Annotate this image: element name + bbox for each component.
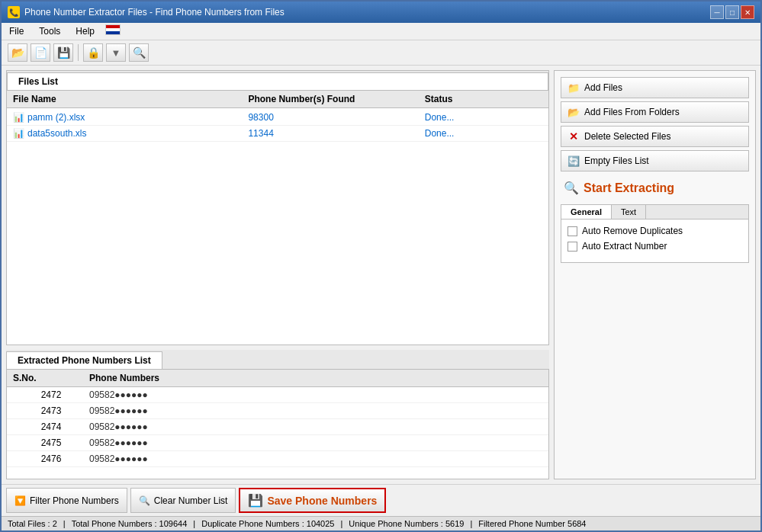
restore-button[interactable]: □ <box>725 5 739 19</box>
window-title: Phone Number Extractor Files - Find Phon… <box>24 7 285 18</box>
extracted-table-body[interactable]: 2472 09582●●●●●● 2473 09582●●●●●● 2474 0… <box>7 387 548 479</box>
extracted-tab-header: Extracted Phone Numbers List <box>6 350 549 369</box>
main-content: Files List File Name Phone Number(s) Fou… <box>2 66 760 484</box>
lock-button[interactable]: 🔒 <box>83 43 103 62</box>
extracted-row: 2473 09582●●●●●● <box>7 403 548 419</box>
left-panel: Files List File Name Phone Number(s) Fou… <box>6 70 549 479</box>
extracted-section: Extracted Phone Numbers List S.No. Phone… <box>6 350 549 479</box>
save-icon: 💾 <box>248 493 263 508</box>
xlsx-file-icon: 📊 <box>13 112 24 123</box>
extracted-table-container: S.No. Phone Numbers 2472 09582●●●●●● 247… <box>6 369 549 479</box>
general-tab[interactable]: General <box>561 205 612 219</box>
clear-number-list-button[interactable]: 🔍 Clear Number List <box>130 488 236 513</box>
extracted-row: 2476 09582●●●●●● <box>7 451 548 467</box>
sno-column-header: S.No. <box>13 373 89 383</box>
auto-extract-number-checkbox[interactable] <box>567 242 577 252</box>
auto-extract-number-label: Auto Extract Number <box>582 241 667 252</box>
app-icon: 📞 <box>8 6 20 18</box>
files-table-header: File Name Phone Number(s) Found Status <box>7 91 548 108</box>
menu-tools[interactable]: Tools <box>34 24 65 38</box>
sno-cell: 2474 <box>13 421 89 432</box>
minimize-button[interactable]: ─ <box>710 5 724 19</box>
search-button[interactable]: 🔍 <box>129 43 149 62</box>
separator2: | <box>193 519 195 528</box>
auto-remove-duplicates-row: Auto Remove Duplicates <box>567 226 742 236</box>
files-list-tab[interactable]: Files List <box>7 72 548 90</box>
files-list-content: File Name Phone Number(s) Found Status 📊… <box>7 91 548 345</box>
phone-cell: 09582●●●●●● <box>89 437 542 448</box>
filename-link[interactable]: data5south.xls <box>27 128 86 139</box>
right-buttons-panel: 📁 Add Files 📂 Add Files From Folders ✕ D… <box>554 70 756 479</box>
add-files-icon: 📁 <box>567 82 580 94</box>
sno-cell: 2475 <box>13 437 89 448</box>
phone-count-cell: 11344 <box>248 128 424 139</box>
xls-file-icon: 📊 <box>13 128 24 139</box>
bottom-buttons: 🔽 Filter Phone Numbers 🔍 Clear Number Li… <box>2 484 760 516</box>
menu-help[interactable]: Help <box>71 24 99 38</box>
extracted-row: 2475 09582●●●●●● <box>7 435 548 451</box>
start-extracting-icon: 🔍 <box>564 181 579 195</box>
total-files-status: Total Files : 2 <box>8 519 57 528</box>
start-extracting-button[interactable]: 🔍 Start Extracting <box>561 175 749 198</box>
table-row[interactable]: 📊 data5south.xls 11344 Done... <box>7 126 548 142</box>
file-name-cell: 📊 pamm (2).xlsx <box>13 112 248 123</box>
clear-label: Clear Number List <box>154 495 228 506</box>
filter-phone-numbers-button[interactable]: 🔽 Filter Phone Numbers <box>6 488 127 513</box>
language-flag-icon[interactable] <box>105 24 121 35</box>
filter-icon: 🔽 <box>14 495 26 506</box>
add-files-label: Add Files <box>584 82 622 93</box>
title-buttons: ─ □ ✕ <box>710 5 754 19</box>
phone-cell: 09582●●●●●● <box>89 405 542 416</box>
delete-selected-button[interactable]: ✕ Delete Selected Files <box>561 126 749 147</box>
text-tab[interactable]: Text <box>612 205 646 219</box>
status-bar: Total Files : 2 | Total Phone Numbers : … <box>2 516 760 530</box>
status-cell: Done... <box>425 112 542 123</box>
phone-cell: 09582●●●●●● <box>89 421 542 432</box>
extracted-row: 2474 09582●●●●●● <box>7 419 548 435</box>
table-row[interactable]: 📊 pamm (2).xlsx 98300 Done... <box>7 110 548 126</box>
phone-count-cell: 98300 <box>248 112 424 123</box>
add-files-button[interactable]: 📁 Add Files <box>561 77 749 98</box>
right-panel: 📁 Add Files 📂 Add Files From Folders ✕ D… <box>554 70 756 479</box>
clear-icon: 🔍 <box>139 495 150 506</box>
delete-icon: ✕ <box>567 130 580 143</box>
title-bar: 📞 Phone Number Extractor Files - Find Ph… <box>2 2 760 23</box>
start-extracting-label: Start Extracting <box>584 181 674 195</box>
phone-cell: 09582●●●●●● <box>89 389 542 400</box>
add-files-folder-label: Add Files From Folders <box>584 107 680 117</box>
close-button[interactable]: ✕ <box>741 5 754 19</box>
toolbar-separator <box>78 44 79 61</box>
phone-cell: 09582●●●●●● <box>89 453 542 464</box>
filename-column-header: File Name <box>13 94 248 104</box>
sno-cell: 2476 <box>13 453 89 464</box>
extracted-table-header: S.No. Phone Numbers <box>7 370 548 387</box>
options-tabs: General Text Auto Remove Duplicates Auto… <box>561 204 749 263</box>
empty-files-button[interactable]: 🔄 Empty Files List <box>561 150 749 171</box>
extracted-row: 2472 09582●●●●●● <box>7 387 548 403</box>
status-cell: Done... <box>425 128 542 139</box>
files-table-body: 📊 pamm (2).xlsx 98300 Done... 📊 data5sou… <box>7 108 548 345</box>
save-phone-numbers-button[interactable]: 💾 Save Phone Numbers <box>239 488 386 513</box>
options-content: Auto Remove Duplicates Auto Extract Numb… <box>561 220 748 262</box>
empty-files-label: Empty Files List <box>584 155 649 166</box>
delete-selected-label: Delete Selected Files <box>584 131 670 142</box>
filter-button[interactable]: ▼ <box>106 43 126 62</box>
extracted-tab[interactable]: Extracted Phone Numbers List <box>6 351 162 369</box>
add-files-from-folders-button[interactable]: 📂 Add Files From Folders <box>561 101 749 123</box>
title-bar-left: 📞 Phone Number Extractor Files - Find Ph… <box>8 6 285 18</box>
phone-column-header: Phone Number(s) Found <box>248 94 424 104</box>
menu-file[interactable]: File <box>5 24 28 38</box>
open-folder-button[interactable]: 📂 <box>8 43 27 62</box>
save-toolbar-button[interactable]: 💾 <box>53 43 73 62</box>
total-phones-status: Total Phone Numbers : 109644 <box>72 519 188 528</box>
filename-link[interactable]: pamm (2).xlsx <box>27 112 85 123</box>
unique-phones-status: Unique Phone Numbers : 5619 <box>349 519 464 528</box>
auto-remove-duplicates-checkbox[interactable] <box>567 226 577 236</box>
status-column-header: Status <box>425 94 542 104</box>
sno-cell: 2473 <box>13 405 89 416</box>
new-button[interactable]: 📄 <box>31 43 50 62</box>
files-list-tab-header: Files List <box>7 71 548 91</box>
menu-bar: File Tools Help <box>2 23 760 40</box>
sno-cell: 2472 <box>13 389 89 400</box>
toolbar: 📂 📄 💾 🔒 ▼ 🔍 <box>2 40 760 66</box>
